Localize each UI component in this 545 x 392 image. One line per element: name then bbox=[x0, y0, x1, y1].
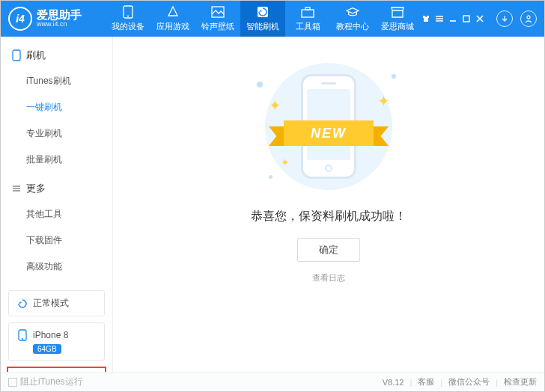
storage-badge: 64GB bbox=[33, 344, 61, 354]
success-message: 恭喜您，保资料刷机成功啦！ bbox=[251, 209, 407, 224]
new-ribbon: NEW bbox=[269, 120, 389, 150]
sidebar: 刷机 iTunes刷机 一键刷机 专业刷机 批量刷机 更多 其他工具 下载固件 … bbox=[1, 37, 113, 372]
block-itunes-label: 阻止iTunes运行 bbox=[20, 376, 83, 388]
skin-icon[interactable] bbox=[421, 14, 430, 23]
tab-label: 教程中心 bbox=[336, 21, 369, 32]
svg-rect-5 bbox=[305, 7, 310, 10]
phone-icon bbox=[11, 50, 22, 61]
sidebar-item-advanced[interactable]: 高级功能 bbox=[26, 254, 112, 280]
close-icon[interactable] bbox=[475, 14, 484, 23]
svg-point-1 bbox=[127, 16, 129, 17]
footer: 阻止iTunes运行 V8.12 | 客服 | 微信公众号 | 检查更新 bbox=[1, 372, 544, 391]
device-box[interactable]: iPhone 8 64GB bbox=[8, 322, 105, 361]
star-icon: ✦ bbox=[269, 97, 281, 114]
tab-label: 工具箱 bbox=[296, 21, 320, 32]
refresh-icon bbox=[16, 298, 28, 310]
sidebar-item-batch-flash[interactable]: 批量刷机 bbox=[26, 147, 112, 173]
sidebar-list-flash: iTunes刷机 一键刷机 专业刷机 批量刷机 bbox=[26, 68, 112, 173]
sidebar-item-pro-flash[interactable]: 专业刷机 bbox=[26, 120, 112, 147]
tab-label: 智能刷机 bbox=[246, 21, 279, 32]
toolbox-icon bbox=[301, 5, 314, 19]
support-link[interactable]: 客服 bbox=[418, 376, 434, 388]
maximize-icon[interactable] bbox=[462, 14, 471, 23]
brand-url: www.i4.cn bbox=[37, 21, 82, 28]
tab-store[interactable]: 爱思商城 bbox=[375, 1, 420, 37]
svg-rect-4 bbox=[302, 10, 314, 17]
sidebar-group-flash[interactable]: 刷机 bbox=[1, 44, 112, 67]
sidebar-item-oneclick-flash[interactable]: 一键刷机 bbox=[26, 94, 112, 120]
brand-text: 爱思助手 www.i4.cn bbox=[37, 9, 82, 28]
block-itunes-checkbox[interactable]: 阻止iTunes运行 bbox=[8, 376, 83, 388]
tab-toolbox[interactable]: 工具箱 bbox=[285, 1, 330, 37]
tab-label: 爱思商城 bbox=[381, 21, 414, 32]
update-link[interactable]: 检查更新 bbox=[504, 376, 537, 388]
mode-label: 正常模式 bbox=[33, 297, 69, 310]
sidebar-item-other-tools[interactable]: 其他工具 bbox=[26, 201, 112, 227]
download-button[interactable] bbox=[496, 10, 513, 27]
tab-ringtone[interactable]: 铃声壁纸 bbox=[195, 1, 240, 37]
group-title: 更多 bbox=[26, 182, 46, 195]
svg-point-7 bbox=[527, 16, 530, 19]
app-window: i4 爱思助手 www.i4.cn 我的设备 应用游戏 铃声壁纸 智能刷机 bbox=[0, 0, 545, 392]
tab-label: 铃声壁纸 bbox=[201, 21, 234, 32]
tab-label: 我的设备 bbox=[112, 21, 144, 32]
brand-name: 爱思助手 bbox=[37, 9, 82, 22]
confirm-button[interactable]: 确定 bbox=[297, 238, 360, 262]
brand: i4 爱思助手 www.i4.cn bbox=[8, 7, 106, 31]
version-label: V8.12 bbox=[383, 378, 404, 387]
wechat-link[interactable]: 微信公众号 bbox=[448, 376, 490, 388]
svg-point-10 bbox=[22, 338, 23, 340]
logo-icon: i4 bbox=[8, 7, 32, 31]
view-log-link[interactable]: 查看日志 bbox=[312, 272, 345, 284]
sidebar-group-more[interactable]: 更多 bbox=[1, 177, 112, 200]
sidebar-item-download-fw[interactable]: 下载固件 bbox=[26, 227, 112, 254]
phone-icon bbox=[121, 5, 135, 19]
tab-flash[interactable]: 智能刷机 bbox=[240, 1, 285, 37]
image-icon bbox=[211, 5, 225, 19]
success-illustration: ✦ ✦ ✦ NEW bbox=[246, 59, 411, 194]
sidebar-item-itunes-flash[interactable]: iTunes刷机 bbox=[26, 68, 112, 94]
apps-icon bbox=[166, 5, 180, 19]
svg-rect-6 bbox=[463, 16, 469, 22]
flash-icon bbox=[256, 5, 270, 19]
titlebar: i4 爱思助手 www.i4.cn 我的设备 应用游戏 铃声壁纸 智能刷机 bbox=[1, 1, 544, 37]
ribbon-text: NEW bbox=[284, 120, 374, 146]
group-title: 刷机 bbox=[26, 49, 46, 62]
menu-icon[interactable] bbox=[435, 14, 444, 23]
main-tabs: 我的设备 应用游戏 铃声壁纸 智能刷机 工具箱 教程中心 bbox=[106, 1, 421, 37]
store-icon bbox=[391, 5, 404, 19]
window-controls bbox=[421, 10, 537, 27]
tab-my-device[interactable]: 我的设备 bbox=[106, 1, 150, 37]
user-button[interactable] bbox=[520, 10, 537, 27]
tab-apps[interactable]: 应用游戏 bbox=[150, 1, 195, 37]
mode-box[interactable]: 正常模式 bbox=[8, 290, 105, 316]
sidebar-list-more: 其他工具 下载固件 高级功能 bbox=[26, 201, 112, 280]
tab-tutorial[interactable]: 教程中心 bbox=[330, 1, 375, 37]
more-icon bbox=[11, 183, 22, 194]
education-icon bbox=[346, 5, 359, 19]
content: ✦ ✦ ✦ NEW 恭喜您，保资料刷机成功啦！ 确定 查看日志 bbox=[113, 37, 544, 372]
device-name: iPhone 8 bbox=[33, 330, 68, 340]
device-phone-icon bbox=[16, 329, 28, 341]
tab-label: 应用游戏 bbox=[156, 21, 189, 32]
svg-rect-8 bbox=[13, 50, 20, 61]
body: 刷机 iTunes刷机 一键刷机 专业刷机 批量刷机 更多 其他工具 下载固件 … bbox=[1, 37, 544, 372]
star-icon: ✦ bbox=[377, 92, 390, 110]
star-icon: ✦ bbox=[281, 156, 290, 168]
minimize-icon[interactable] bbox=[448, 14, 457, 23]
